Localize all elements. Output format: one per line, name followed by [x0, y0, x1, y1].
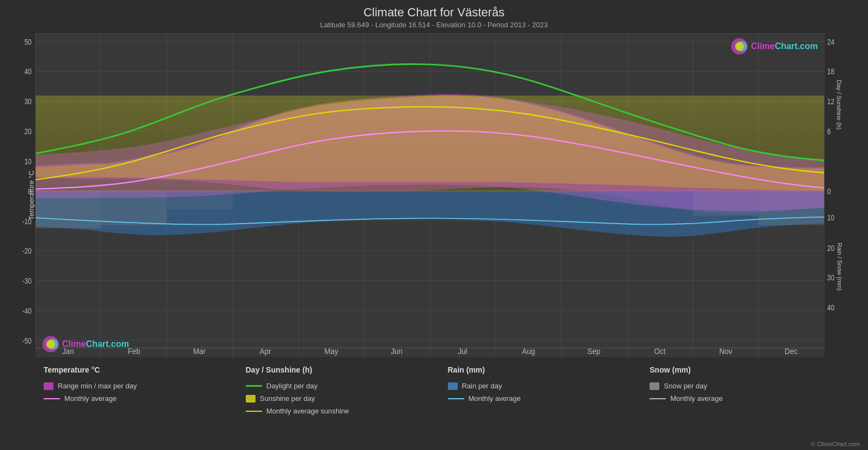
svg-text:0: 0	[28, 187, 32, 196]
legend-title-sunshine: Day / Sunshine (h)	[246, 365, 448, 374]
svg-text:20: 20	[827, 244, 834, 253]
legend-line-monthly-avg-rain	[448, 398, 464, 399]
svg-point-56	[735, 42, 744, 51]
svg-text:50: 50	[25, 38, 32, 46]
chart-area: Temperature °C 50 40 30 20 10 0 -10 -20 …	[5, 33, 863, 357]
legend-item-sunshine: Sunshine per day	[246, 394, 448, 403]
svg-text:24: 24	[827, 38, 834, 46]
legend-item-range: Range min / max per day	[44, 382, 246, 390]
svg-text:-10: -10	[22, 217, 32, 226]
legend-label-range: Range min / max per day	[58, 382, 137, 390]
main-chart-svg: Jan Feb Mar Apr May Jun Jul Aug Sep Oct …	[35, 33, 824, 357]
legend-swatch-rain	[448, 382, 458, 390]
legend-item-monthly-avg-temp: Monthly average	[44, 394, 246, 403]
chart-main: Jan Feb Mar Apr May Jun Jul Aug Sep Oct …	[35, 33, 824, 357]
legend-group-temperature: Temperature °C Range min / max per day M…	[44, 365, 246, 445]
legend-group-rain: Rain (mm) Rain per day Monthly average	[448, 365, 650, 445]
logo-icon-top	[731, 38, 748, 55]
svg-text:0: 0	[827, 187, 831, 196]
legend-label-monthly-avg-rain: Monthly average	[469, 394, 521, 403]
legend-area: Temperature °C Range min / max per day M…	[0, 357, 868, 450]
legend-line-monthly-avg-snow	[650, 398, 666, 399]
logo-bottom-left: ClimeChart.com	[42, 335, 129, 353]
legend-swatch-range	[44, 382, 53, 390]
svg-text:-50: -50	[22, 337, 32, 345]
legend-label-monthly-avg-snow: Monthly average	[670, 394, 723, 403]
copyright: © ClimeChart.com	[811, 441, 860, 447]
legend-item-daylight: Daylight per day	[246, 382, 448, 390]
chart-container: Climate Chart for Västerås Latitude 59.6…	[0, 0, 868, 450]
legend-title-rain: Rain (mm)	[448, 365, 650, 374]
logo-icon-bottom	[42, 335, 59, 353]
y-right-rain-label: Rain / Snow (mm)	[836, 243, 843, 291]
legend-label-snow: Snow per day	[664, 382, 707, 390]
svg-text:18: 18	[827, 68, 834, 76]
legend-title-snow: Snow (mm)	[650, 365, 852, 374]
legend-label-daylight: Daylight per day	[266, 382, 318, 390]
svg-point-59	[46, 340, 55, 349]
legend-item-monthly-avg-rain: Monthly average	[448, 394, 650, 403]
legend-title-temperature: Temperature °C	[44, 365, 246, 374]
legend-label-rain: Rain per day	[462, 382, 502, 390]
legend-swatch-sunshine	[246, 395, 256, 403]
legend-label-sunshine: Sunshine per day	[260, 394, 315, 403]
legend-group-snow: Snow (mm) Snow per day Monthly average	[650, 365, 852, 445]
logo-top-right: ClimeChart.com	[731, 38, 818, 55]
legend-item-snow: Snow per day	[650, 382, 852, 390]
legend-item-rain: Rain per day	[448, 382, 650, 390]
legend-label-monthly-avg-temp: Monthly average	[64, 394, 117, 403]
svg-text:10: 10	[25, 157, 32, 166]
svg-text:6: 6	[827, 127, 831, 136]
svg-text:20: 20	[25, 127, 32, 136]
legend-line-monthly-avg-temp	[44, 398, 60, 399]
svg-text:40: 40	[827, 304, 834, 313]
svg-text:-30: -30	[22, 277, 32, 285]
legend-swatch-snow	[650, 382, 659, 390]
svg-text:-20: -20	[22, 247, 32, 256]
legend-line-daylight	[246, 385, 262, 387]
logo-text-bottom: ClimeChart.com	[62, 339, 129, 349]
svg-text:40: 40	[25, 68, 32, 76]
svg-text:30: 30	[827, 274, 834, 283]
logo-text-top: ClimeChart.com	[751, 41, 818, 51]
svg-text:10: 10	[827, 213, 834, 222]
legend-item-monthly-avg-snow: Monthly average	[650, 394, 852, 403]
chart-title: Climate Chart for Västerås	[0, 5, 868, 20]
chart-subtitle: Latitude 59.649 - Longitude 16.514 - Ele…	[0, 21, 868, 29]
legend-item-monthly-sunshine: Monthly average sunshine	[246, 407, 448, 415]
svg-text:30: 30	[25, 97, 32, 106]
legend-line-monthly-sunshine	[246, 411, 262, 412]
svg-text:12: 12	[827, 97, 834, 106]
legend-group-sunshine: Day / Sunshine (h) Daylight per day Suns…	[246, 365, 448, 445]
svg-text:-40: -40	[22, 307, 32, 315]
legend-label-monthly-sunshine: Monthly average sunshine	[266, 407, 349, 415]
y-right-sunshine-label: Day / Sunshine (h)	[835, 80, 842, 129]
